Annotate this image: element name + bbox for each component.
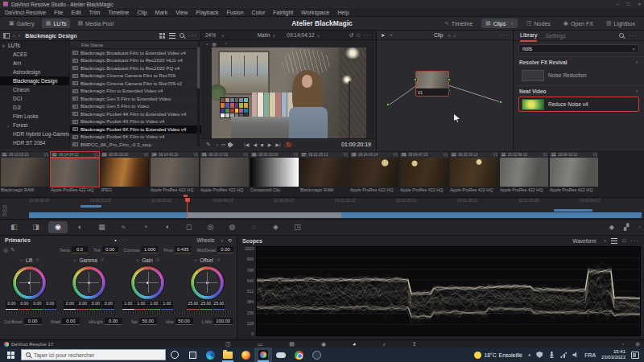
- timeline-clip[interactable]: 05 09:15:17:02 V1 Apple ProRes 422 HQ: [200, 152, 249, 197]
- timeline-clip[interactable]: 09 09:24:47:23 V1 Apple ProRes 422 HQ: [400, 152, 448, 197]
- timeline-clip[interactable]: 01 09:13:03:23 V1 Blackmagic RAW: [1, 152, 49, 197]
- qualifier-icon[interactable]: ◖: [156, 221, 178, 233]
- lut-file-row[interactable]: Blackmagic Cinema Camera Film to Rec709: [70, 72, 201, 80]
- lut-file-row[interactable]: Blackmagic Gen 5 Film to Video: [70, 103, 201, 111]
- cut-page-icon[interactable]: ▭: [258, 340, 263, 348]
- lut-file-row[interactable]: Blackmagic Pocket 4K Film to Video v4: [70, 118, 201, 126]
- panel-toggle-icon[interactable]: [3, 33, 10, 39]
- magic-mask-icon[interactable]: ◍: [221, 221, 243, 233]
- reset-icon[interactable]: ↺: [156, 257, 159, 262]
- lut-tree-item[interactable]: Cineon: [0, 85, 69, 94]
- node-graph[interactable]: 01: [377, 40, 514, 150]
- gain-g-value[interactable]: 1.00: [148, 301, 160, 310]
- project-settings-gear-icon[interactable]: ⊛: [635, 341, 640, 348]
- lut-file-row[interactable]: Blackmagic Broadcast Film to Extended Vi…: [70, 49, 201, 57]
- gamma-r-value[interactable]: 0.00: [76, 301, 89, 310]
- lift-color-wheel[interactable]: [13, 266, 46, 299]
- tray-expand-icon[interactable]: ∧: [528, 352, 531, 357]
- source-input-port[interactable]: [386, 103, 390, 106]
- auto-balance-icon[interactable]: ◎: [3, 247, 8, 253]
- control-value[interactable]: 0.00: [102, 246, 118, 253]
- rgb-mixer-icon[interactable]: ▦: [91, 221, 113, 233]
- scope-mode-dropdown[interactable]: Waveform: [572, 238, 596, 244]
- timeline-clip[interactable]: 10 09:25:30:13 V1 Apple ProRes 422 HQ: [450, 152, 498, 197]
- power-window-icon[interactable]: ◻: [178, 221, 200, 233]
- clip-thumbnail[interactable]: [350, 158, 398, 187]
- options-icon[interactable]: ···: [629, 32, 638, 39]
- davinci-resolve-taskbar-icon[interactable]: [254, 348, 272, 362]
- lut-file-row[interactable]: Blackmagic Broadcast Film to Rec2020 HLG…: [70, 57, 201, 65]
- clip-thumbnail[interactable]: [550, 158, 598, 187]
- clip-thumbnail[interactable]: [250, 158, 299, 187]
- keyframes-icon[interactable]: ◆: [609, 224, 614, 231]
- onedrive-icon[interactable]: [272, 348, 290, 362]
- clip-thumbnail[interactable]: [450, 158, 498, 187]
- menu-item[interactable]: Edit: [72, 10, 81, 15]
- clips-button[interactable]: ▦ Clips ∨: [481, 19, 518, 28]
- openfx-button[interactable]: ◉ Open FX ∨: [559, 19, 597, 28]
- lut-file-row[interactable]: Blackmagic Broadcast Film to Rec2020 PQ …: [70, 64, 201, 72]
- cortana-icon[interactable]: [166, 348, 184, 362]
- adjust-value[interactable]: 50.00: [139, 318, 157, 325]
- forward-icon[interactable]: ›: [19, 33, 21, 39]
- waveform-scope[interactable]: [256, 246, 641, 336]
- gamma-y-value[interactable]: 0.00: [64, 301, 76, 310]
- node-mode-dropdown[interactable]: Clip: [434, 32, 443, 38]
- image-wipe-icon[interactable]: ▪: [206, 42, 208, 47]
- edit-page-icon[interactable]: ▤: [289, 340, 295, 348]
- effect-noise-reduction[interactable]: Noise Reduction: [518, 68, 639, 83]
- info-icon[interactable]: ◦: [638, 224, 641, 231]
- loop-button[interactable]: ↻: [284, 142, 292, 148]
- menu-item[interactable]: Timeline: [108, 10, 129, 15]
- viewer-timecode[interactable]: 09:14:04:12∨: [287, 32, 320, 38]
- fusion-page-icon[interactable]: ◉: [321, 340, 326, 348]
- clear-search-icon[interactable]: ×: [632, 47, 635, 51]
- control-value[interactable]: 1.000: [142, 246, 159, 253]
- gamma-b-value[interactable]: 0.00: [102, 301, 114, 310]
- control-value[interactable]: 0.00: [217, 246, 233, 253]
- offset-g-value[interactable]: 25.00: [200, 301, 212, 310]
- zoom-level[interactable]: 24%: [205, 32, 216, 38]
- options-icon[interactable]: ···: [188, 32, 197, 39]
- expand-icon[interactable]: □: [357, 33, 360, 38]
- taskbar-search-input[interactable]: Taper ici pour rechercher: [21, 349, 166, 360]
- menu-item[interactable]: Playback: [196, 10, 218, 15]
- tracker-icon[interactable]: ◎: [200, 221, 221, 233]
- menu-item[interactable]: File: [54, 10, 63, 15]
- adjust-value[interactable]: 0.00: [105, 318, 122, 325]
- gamma-master-slider[interactable]: [63, 311, 117, 315]
- expand-icon[interactable]: □: [622, 238, 625, 243]
- menu-item[interactable]: Mark: [155, 10, 168, 15]
- go-to-last-frame-button[interactable]: ▶|: [275, 142, 280, 147]
- key-icon[interactable]: ◈: [265, 221, 287, 233]
- wheels-mode-dropdown[interactable]: Wheels: [197, 237, 215, 243]
- browser-globe-icon[interactable]: [308, 348, 325, 362]
- mini-timeline[interactable]: 01:00:08:0201:00:20:2301:00:33:2101:00:4…: [0, 197, 644, 219]
- adjust-value[interactable]: 0.00: [24, 318, 42, 325]
- timeline-button[interactable]: ∿ Timeline ∨: [440, 19, 477, 28]
- column-header-file-name[interactable]: File Name: [70, 41, 201, 49]
- gallery-button[interactable]: ▣ Gallery ∨: [5, 19, 39, 28]
- clip-thumbnail[interactable]: [500, 158, 548, 187]
- lut-tree-item[interactable]: ACES: [0, 50, 69, 59]
- lightbox-button[interactable]: ▥ Lightbox ∨: [602, 19, 639, 28]
- node-rgb-output-port[interactable]: [448, 78, 451, 81]
- microphone-tray-icon[interactable]: [548, 352, 555, 358]
- lift-b-value[interactable]: 0.00: [44, 301, 56, 310]
- task-view-icon[interactable]: [184, 348, 201, 362]
- lut-file-row[interactable]: Blackmagic Gen 5 Film to Extended Video: [70, 95, 201, 103]
- lut-tree-item[interactable]: Forest: [0, 121, 69, 130]
- lift-g-value[interactable]: 0.00: [31, 301, 43, 310]
- track-label-v2[interactable]: V2: [2, 209, 7, 213]
- tab-settings[interactable]: Settings: [545, 31, 565, 41]
- color-match-icon[interactable]: ◨: [25, 221, 47, 233]
- node-key-output-port[interactable]: [448, 89, 451, 92]
- menu-item[interactable]: DaVinci Resolve: [5, 10, 46, 15]
- motion-effects-icon[interactable]: ≈: [113, 221, 134, 233]
- reset-icon[interactable]: ↺: [101, 257, 104, 262]
- media-page-icon[interactable]: ◫: [225, 340, 231, 348]
- lut-tree-item[interactable]: Astrodesign: [0, 68, 69, 76]
- weather-widget[interactable]: 18°C Ensoleillé: [474, 352, 522, 359]
- step-back-button[interactable]: ◀: [253, 142, 257, 147]
- lut-tree-item[interactable]: DJI: [0, 103, 69, 112]
